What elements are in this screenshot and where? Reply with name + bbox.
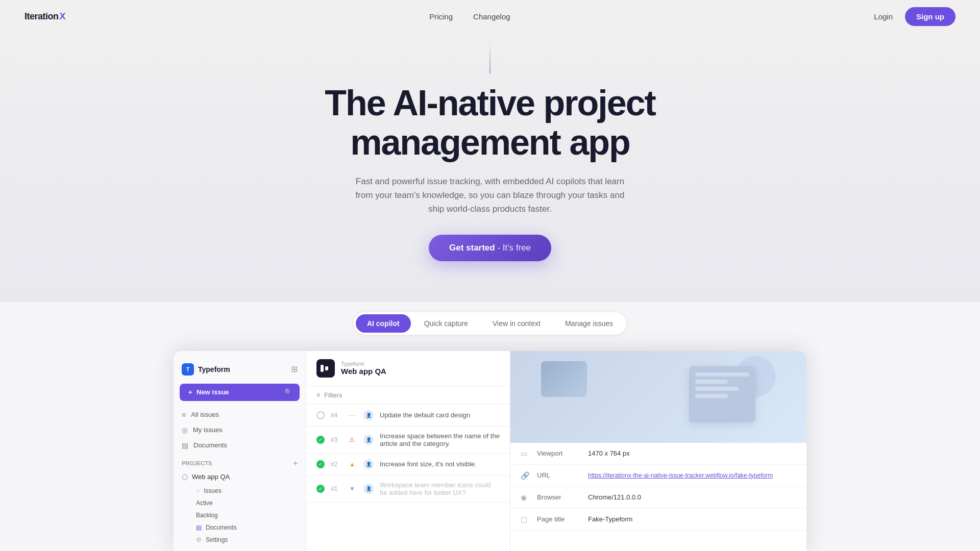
issue-row[interactable]: ✓ #1 ▼ 👤 Workspace team member icons cou…: [306, 475, 510, 503]
right-panel: ▭ Viewport 1470 x 764 px 🔗 URL https://i…: [510, 351, 806, 551]
screenshot-area: [510, 351, 806, 443]
tab-ai-copilot[interactable]: AI copilot: [356, 314, 411, 333]
page-title-value: Fake-Typeform: [588, 515, 796, 523]
meta-section: ▭ Viewport 1470 x 764 px 🔗 URL https://i…: [510, 443, 806, 551]
sidebar-sub-item-documents[interactable]: ▤ Documents: [174, 521, 306, 534]
projects-section-header: Projects +: [174, 453, 306, 469]
docs-sub-label: Documents: [206, 524, 237, 531]
screenshot-card: [689, 366, 755, 422]
issue-text: Workspace team member icons could be add…: [380, 481, 500, 496]
nav-login-button[interactable]: Login: [874, 12, 893, 21]
new-issue-search-icon: 🔍: [284, 388, 292, 396]
documents-icon: ▤: [182, 441, 188, 449]
navbar: IterationX Pricing Changelog Login Sign …: [0, 0, 980, 33]
my-issues-icon: ◎: [182, 426, 188, 434]
priority-icon-urgent: ⚠: [349, 436, 357, 443]
app-preview: T Typeform ⊞ ＋ New issue 🔍 ≡ All issues …: [174, 351, 806, 551]
issue-text: Increase font size, it's not visible.: [380, 460, 500, 468]
meta-row-url: 🔗 URL https://iterationx-the-ai-native-i…: [510, 465, 806, 487]
priority-icon-low: ▼: [349, 485, 357, 492]
issue-status-empty: [316, 411, 325, 419]
sidebar-org[interactable]: T Typeform: [182, 363, 230, 375]
project-logo: [316, 359, 335, 378]
main-content: Typeform Web app QA ≡ Filters #4 — 👤 Upd…: [306, 351, 510, 551]
issue-status-done: ✓: [316, 460, 325, 468]
issue-assignee: 👤: [363, 410, 374, 420]
issue-row[interactable]: ✓ #3 ⚠ 👤 Increase space between the name…: [306, 427, 510, 454]
issue-status-done: ✓: [316, 436, 325, 444]
issue-row[interactable]: #4 — 👤 Update the default card design: [306, 405, 510, 427]
nav-link-changelog[interactable]: Changelog: [473, 12, 510, 21]
screenshot-img-placeholder: [541, 361, 587, 397]
sidebar-sub-item-settings[interactable]: ⚙ Settings: [174, 534, 306, 546]
cta-main-text: Get started: [449, 243, 495, 253]
issues-sub-label: Issues: [204, 487, 222, 494]
project-item-web-app-qa[interactable]: ⬡ Web app QA: [174, 469, 306, 485]
meta-row-browser: ◉ Browser Chrome/121.0.0.0: [510, 487, 806, 509]
tab-quick-capture[interactable]: Quick capture: [413, 314, 479, 333]
page-title-label: Page title: [537, 515, 588, 523]
viewport-value: 1470 x 764 px: [588, 449, 796, 457]
screenshot-card-inner: [689, 366, 755, 407]
logo-bar-1: [321, 365, 324, 372]
sidebar-nav-item-my-issues[interactable]: ◎ My issues: [174, 422, 306, 438]
sidebar-sub-item-backlog[interactable]: Backlog: [174, 509, 306, 521]
filters-bar[interactable]: ≡ Filters: [306, 386, 510, 405]
main-header-text: Typeform Web app QA: [341, 361, 386, 375]
add-project-icon[interactable]: +: [293, 459, 298, 467]
viewport-icon: ▭: [521, 449, 531, 458]
meta-row-viewport: ▭ Viewport 1470 x 764 px: [510, 443, 806, 465]
issue-text: Increase space between the name of the a…: [380, 432, 500, 447]
issue-assignee: 👤: [363, 484, 374, 494]
issue-num: #1: [331, 485, 343, 492]
sidebar-header: T Typeform ⊞: [174, 359, 306, 380]
all-issues-icon: ≡: [182, 411, 186, 419]
logo-text: Iteration: [24, 11, 59, 22]
sidebar-layout-icon[interactable]: ⊞: [291, 364, 298, 374]
nav-right: Login Sign up: [874, 7, 955, 26]
tab-manage-issues[interactable]: Manage issues: [554, 314, 624, 333]
sidebar-nav-item-documents[interactable]: ▤ Documents: [174, 438, 306, 453]
projects-label: Projects: [182, 460, 212, 466]
project-name: Web app QA: [192, 473, 230, 481]
tabs-bar: AI copilot Quick capture View in context…: [354, 312, 626, 335]
browser-value: Chrome/121.0.0.0: [588, 493, 796, 501]
hero-cta-button[interactable]: Get started - It's free: [429, 235, 551, 261]
nav-signup-button[interactable]: Sign up: [905, 7, 955, 26]
filters-label: Filters: [324, 391, 342, 399]
sidebar-nav-item-all-issues[interactable]: ≡ All issues: [174, 407, 306, 422]
filters-icon: ≡: [316, 391, 320, 398]
logo-x: X: [60, 11, 66, 22]
issue-num: #4: [331, 412, 343, 419]
issue-text: Update the default card design: [380, 411, 500, 419]
issues-list: #4 — 👤 Update the default card design ✓ …: [306, 405, 510, 551]
main-project-title: Web app QA: [341, 367, 386, 375]
main-header: Typeform Web app QA: [306, 351, 510, 386]
sidebar-sub-item-active[interactable]: Active: [174, 497, 306, 509]
docs-sub-icon: ▤: [196, 524, 202, 531]
new-issue-button[interactable]: ＋ New issue 🔍: [180, 384, 300, 401]
new-issue-label: New issue: [197, 388, 229, 396]
project-icon: ⬡: [182, 473, 188, 481]
page-title-icon: ▢: [521, 515, 531, 523]
nav-link-pricing[interactable]: Pricing: [429, 12, 453, 21]
url-value[interactable]: https://iterationx-the-ai-native-issue-t…: [588, 472, 796, 479]
my-issues-label: My issues: [193, 426, 223, 434]
issue-assignee: 👤: [363, 459, 374, 469]
issue-row[interactable]: ✓ #2 ▲ 👤 Increase font size, it's not vi…: [306, 454, 510, 475]
screenshot-line-3: [695, 387, 739, 391]
sidebar: T Typeform ⊞ ＋ New issue 🔍 ≡ All issues …: [174, 351, 306, 551]
documents-label: Documents: [193, 441, 227, 449]
nav-links: Pricing Changelog: [429, 12, 510, 21]
logo-bar-2: [325, 366, 328, 370]
project-logo-inner: [321, 365, 331, 372]
priority-icon-none: —: [349, 412, 357, 419]
priority-icon-medium: ▲: [349, 461, 357, 468]
issue-num: #3: [331, 436, 343, 443]
tab-view-in-context[interactable]: View in context: [481, 314, 552, 333]
cta-sub-text: - It's free: [495, 243, 531, 253]
issue-status-done: ✓: [316, 485, 325, 493]
hero-title: The AI-native projectmanagement app: [325, 84, 655, 162]
sidebar-sub-item-issues[interactable]: ○ Issues: [174, 485, 306, 497]
nav-logo[interactable]: IterationX: [24, 11, 66, 22]
